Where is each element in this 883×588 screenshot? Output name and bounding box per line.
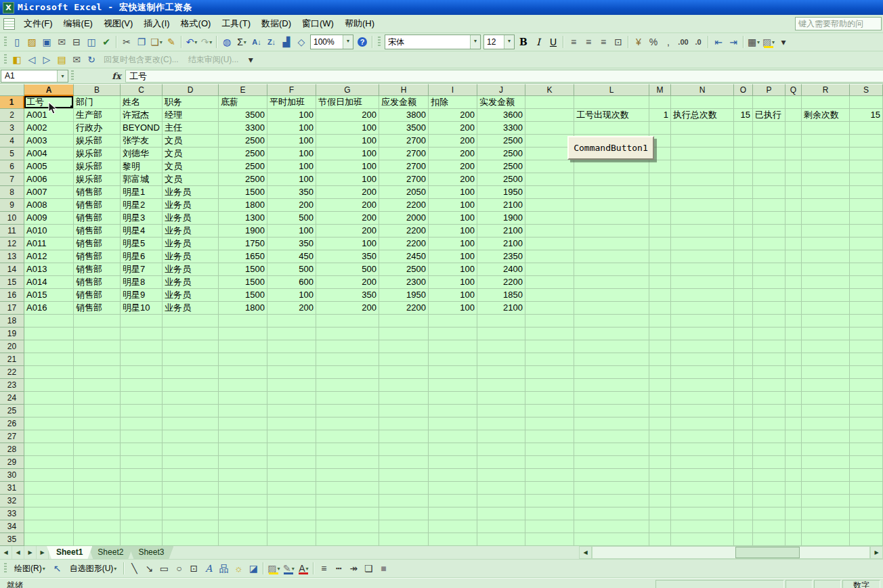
cell-F15[interactable]: 600 — [267, 276, 316, 289]
cell-I35[interactable] — [429, 533, 477, 546]
cell-H23[interactable] — [379, 379, 429, 392]
cell-E27[interactable] — [219, 430, 267, 443]
name-box-dropdown-icon[interactable]: ▾ — [57, 70, 68, 82]
font-color-icon[interactable]: A▾ — [297, 562, 310, 575]
cell-J18[interactable] — [477, 315, 525, 327]
cell-M27[interactable] — [649, 430, 671, 443]
cell-L7[interactable] — [574, 173, 649, 186]
dropdown-arrow-icon[interactable]: ▾ — [343, 35, 353, 49]
dropdown-arrow-icon[interactable]: ▾ — [209, 39, 212, 45]
cell-D34[interactable] — [163, 520, 219, 533]
arrow-style-icon[interactable]: ↠ — [347, 562, 360, 575]
cell-N16[interactable] — [671, 289, 734, 302]
help-question-input[interactable]: 键入需要帮助的问 — [795, 17, 882, 30]
cell-E32[interactable] — [219, 495, 267, 507]
cell-K6[interactable] — [525, 160, 574, 173]
cell-M15[interactable] — [649, 276, 671, 289]
cell-O16[interactable] — [734, 289, 753, 302]
cell-H8[interactable]: 2050 — [379, 186, 429, 199]
cell-S22[interactable] — [850, 366, 883, 379]
cell-G13[interactable]: 350 — [316, 250, 379, 263]
scroll-right-icon[interactable]: ▶ — [870, 546, 883, 559]
cell-M24[interactable] — [649, 392, 671, 405]
cell-K3[interactable] — [525, 122, 574, 135]
cell-A16[interactable]: A015 — [24, 289, 74, 302]
cell-J19[interactable] — [477, 327, 525, 340]
cell-P29[interactable] — [753, 456, 785, 469]
cell-D29[interactable] — [163, 456, 219, 469]
cell-F5[interactable]: 100 — [267, 148, 316, 160]
cell-H28[interactable] — [379, 443, 429, 456]
row-header-27[interactable]: 27 — [0, 430, 24, 443]
cell-Q21[interactable] — [785, 353, 802, 366]
cell-H6[interactable]: 2700 — [379, 160, 429, 173]
cell-K17[interactable] — [525, 302, 574, 315]
cell-A9[interactable]: A008 — [24, 199, 74, 212]
cell-D24[interactable] — [163, 392, 219, 405]
row-header-29[interactable]: 29 — [0, 456, 24, 469]
cell-S31[interactable] — [850, 482, 883, 495]
oval-icon[interactable]: ○ — [172, 562, 186, 575]
cell-K23[interactable] — [525, 379, 574, 392]
cell-C29[interactable] — [121, 456, 163, 469]
cell-R35[interactable] — [802, 533, 850, 546]
cell-L15[interactable] — [574, 276, 649, 289]
cell-M1[interactable] — [649, 96, 671, 109]
cell-M17[interactable] — [649, 302, 671, 315]
cell-J27[interactable] — [477, 430, 525, 443]
cell-K31[interactable] — [525, 482, 574, 495]
select-all-corner[interactable] — [0, 84, 24, 96]
cell-D27[interactable] — [163, 430, 219, 443]
cell-K29[interactable] — [525, 456, 574, 469]
cell-A28[interactable] — [24, 443, 74, 456]
cell-D23[interactable] — [163, 379, 219, 392]
cell-S16[interactable] — [850, 289, 883, 302]
cell-M16[interactable] — [649, 289, 671, 302]
cell-J15[interactable]: 2200 — [477, 276, 525, 289]
cell-B34[interactable] — [74, 520, 121, 533]
cell-A23[interactable] — [24, 379, 74, 392]
cell-R17[interactable] — [802, 302, 850, 315]
cell-G30[interactable] — [316, 469, 379, 482]
toolbar-grip[interactable] — [4, 54, 7, 65]
cell-C15[interactable]: 明星8 — [121, 276, 163, 289]
cell-K7[interactable] — [525, 173, 574, 186]
cell-N30[interactable] — [671, 469, 734, 482]
menu-item-edit[interactable]: 编辑(E) — [58, 15, 98, 32]
cell-J1[interactable]: 实发金额 — [477, 96, 525, 109]
cell-J22[interactable] — [477, 366, 525, 379]
cell-A34[interactable] — [24, 520, 74, 533]
cell-F2[interactable]: 100 — [267, 109, 316, 122]
previous-comment-icon[interactable]: ◁ — [25, 53, 39, 66]
cell-H5[interactable]: 2700 — [379, 148, 429, 160]
cell-H17[interactable]: 2200 — [379, 302, 429, 315]
cell-I29[interactable] — [429, 456, 477, 469]
cell-C5[interactable]: 刘德华 — [121, 148, 163, 160]
select-objects-icon[interactable]: ↖ — [51, 562, 64, 575]
cell-G11[interactable]: 200 — [316, 225, 379, 238]
cell-E16[interactable]: 1500 — [219, 289, 267, 302]
cell-C18[interactable] — [121, 315, 163, 327]
cell-E30[interactable] — [219, 469, 267, 482]
cell-A7[interactable]: A006 — [24, 173, 74, 186]
cell-Q30[interactable] — [785, 469, 802, 482]
cell-N22[interactable] — [671, 366, 734, 379]
cell-O3[interactable] — [734, 122, 753, 135]
column-header-O[interactable]: O — [734, 84, 753, 96]
cell-F24[interactable] — [267, 392, 316, 405]
cell-L19[interactable] — [574, 327, 649, 340]
cell-D5[interactable]: 文员 — [163, 148, 219, 160]
cell-G23[interactable] — [316, 379, 379, 392]
cell-D4[interactable]: 文员 — [163, 135, 219, 148]
cell-M21[interactable] — [649, 353, 671, 366]
cell-K33[interactable] — [525, 507, 574, 520]
cell-M33[interactable] — [649, 507, 671, 520]
cell-O1[interactable] — [734, 96, 753, 109]
row-header-15[interactable]: 15 — [0, 276, 24, 289]
cell-G2[interactable]: 200 — [316, 109, 379, 122]
cell-E34[interactable] — [219, 520, 267, 533]
cell-M10[interactable] — [649, 212, 671, 225]
cell-G16[interactable]: 350 — [316, 289, 379, 302]
cell-D6[interactable]: 文员 — [163, 160, 219, 173]
cell-M31[interactable] — [649, 482, 671, 495]
